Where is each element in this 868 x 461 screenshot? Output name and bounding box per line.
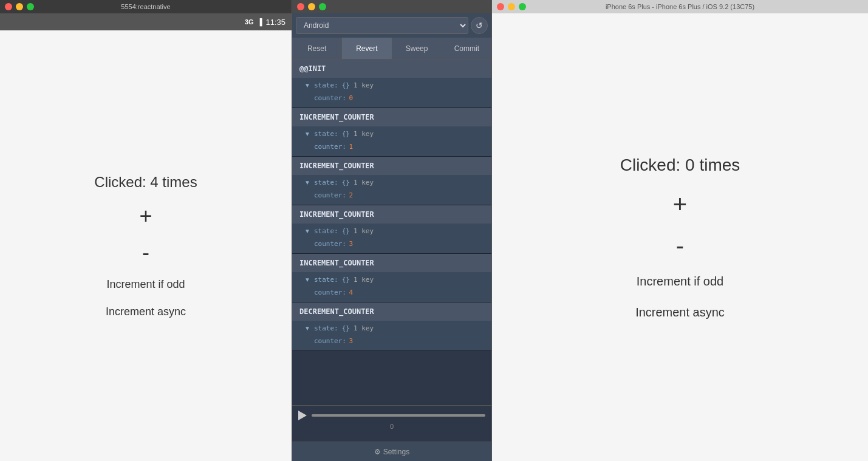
minimize-icon[interactable] [308, 3, 315, 10]
state-keys-init: 1 key [354, 81, 374, 89]
action-state-init: ▼ state: {} 1 key counter: 0 [292, 78, 491, 108]
arrow-icon-inc3: ▼ [304, 228, 310, 234]
action-name-dec1: DECREMENT_COUNTER [299, 307, 374, 316]
ios-increment-odd[interactable]: Increment if odd [637, 275, 723, 289]
state-keys-inc4: 1 key [354, 276, 374, 284]
android-increment-odd[interactable]: Increment if odd [106, 278, 185, 291]
sweep-button[interactable]: Sweep [392, 38, 442, 59]
counter-value-inc2: 2 [349, 191, 353, 199]
action-header-inc2[interactable]: INCREMENT_COUNTER [292, 157, 491, 175]
state-row-init: ▼ state: {} 1 key [304, 80, 484, 90]
action-header-inc3[interactable]: INCREMENT_COUNTER [292, 205, 491, 224]
ios-plus-button[interactable]: + [673, 192, 687, 216]
timeline-position: 0 [298, 423, 485, 430]
counter-label-init: counter: [314, 94, 346, 102]
android-emulator-panel: 5554:reactnative 3G ▐ 11:35 Clicked: 4 t… [0, 0, 292, 461]
reset-button[interactable]: Reset [292, 38, 342, 59]
timeline-progress [312, 414, 485, 417]
state-keys-inc1: 1 key [354, 130, 374, 138]
maximize-icon[interactable] [319, 3, 326, 10]
counter-row-inc4: counter: 4 [304, 285, 484, 298]
state-brace-inc2: {} [342, 179, 350, 186]
state-row-inc3: ▼ state: {} 1 key [304, 226, 484, 236]
arrow-icon-inc1: ▼ [304, 131, 310, 137]
signal-icon: ▐ [258, 18, 262, 26]
close-icon[interactable] [497, 3, 504, 10]
settings-bar[interactable]: ⚙ Settings [292, 442, 491, 461]
ios-simulator-panel: iPhone 6s Plus - iPhone 6s Plus / iOS 9.… [492, 0, 868, 461]
right-window-title: iPhone 6s Plus - iPhone 6s Plus / iOS 9.… [606, 3, 754, 10]
state-brace-dec1: {} [342, 324, 350, 332]
devtools-action-buttons: Reset Revert Sweep Commit [292, 38, 491, 60]
timeline-controls [298, 411, 485, 420]
close-icon[interactable] [5, 3, 12, 10]
action-name-inc4: INCREMENT_COUNTER [299, 259, 374, 267]
state-label-inc3: state: [314, 227, 338, 235]
counter-value-inc1: 1 [349, 143, 353, 151]
maximize-icon[interactable] [27, 3, 34, 10]
android-app-content: Clicked: 4 times + - Increment if odd In… [0, 30, 292, 461]
devtools-title-bar [292, 0, 491, 13]
action-group-inc1: INCREMENT_COUNTER ▼ state: {} 1 key coun… [292, 108, 491, 157]
state-brace-inc1: {} [342, 130, 350, 138]
action-name-inc1: INCREMENT_COUNTER [299, 113, 374, 121]
left-title-bar: 5554:reactnative [0, 0, 292, 13]
play-button[interactable] [298, 411, 307, 420]
action-header-inc4[interactable]: INCREMENT_COUNTER [292, 254, 491, 272]
left-window-title: 5554:reactnative [121, 3, 170, 10]
action-group-init: @@INIT ▼ state: {} 1 key counter: 0 [292, 60, 491, 108]
arrow-icon-init: ▼ [304, 82, 310, 89]
counter-value-dec1: 3 [349, 337, 353, 345]
counter-row-inc1: counter: 1 [304, 139, 484, 152]
minimize-icon[interactable] [16, 3, 23, 10]
state-row-dec1: ▼ state: {} 1 key [304, 323, 484, 333]
android-increment-async[interactable]: Increment async [106, 306, 186, 318]
settings-label: Settings [383, 448, 409, 456]
android-plus-button[interactable]: + [139, 205, 152, 227]
commit-button[interactable]: Commit [442, 38, 491, 59]
counter-label-dec1: counter: [314, 337, 346, 345]
action-group-inc3: INCREMENT_COUNTER ▼ state: {} 1 key coun… [292, 205, 491, 254]
state-brace-inc4: {} [342, 276, 350, 284]
action-name-init: @@INIT [299, 64, 326, 73]
state-row-inc2: ▼ state: {} 1 key [304, 177, 484, 188]
state-keys-dec1: 1 key [354, 324, 374, 332]
maximize-icon[interactable] [519, 3, 526, 10]
platform-select[interactable]: AndroidiOS [296, 17, 468, 34]
action-state-inc3: ▼ state: {} 1 key counter: 3 [292, 224, 491, 253]
status-time: 11:35 [265, 18, 285, 27]
arrow-icon-inc2: ▼ [304, 179, 310, 186]
close-icon[interactable] [297, 3, 304, 10]
state-label-inc2: state: [314, 179, 338, 186]
state-label-inc1: state: [314, 130, 338, 138]
action-state-inc4: ▼ state: {} 1 key counter: 4 [292, 272, 491, 302]
ios-click-count: Clicked: 0 times [620, 155, 740, 175]
ios-increment-async[interactable]: Increment async [635, 306, 725, 319]
redux-devtools-panel: AndroidiOS ↺ Reset Revert Sweep Commit @… [292, 0, 492, 461]
counter-value-inc3: 3 [349, 240, 353, 248]
action-header-dec1[interactable]: DECREMENT_COUNTER [292, 302, 491, 321]
action-state-inc2: ▼ state: {} 1 key counter: 2 [292, 175, 491, 205]
counter-row-inc3: counter: 3 [304, 236, 484, 250]
action-state-inc1: ▼ state: {} 1 key counter: 1 [292, 126, 491, 156]
counter-label-inc4: counter: [314, 289, 346, 296]
ios-app-content: Clicked: 0 times + - Increment if odd In… [492, 13, 868, 461]
ios-minus-button[interactable]: - [676, 233, 684, 258]
action-name-inc2: INCREMENT_COUNTER [299, 162, 374, 170]
action-header-init[interactable]: @@INIT [292, 60, 491, 78]
timeline-track[interactable] [312, 414, 485, 417]
state-label-init: state: [314, 81, 338, 89]
devtools-action-list: @@INIT ▼ state: {} 1 key counter: 0 INCR… [292, 60, 491, 405]
action-header-inc1[interactable]: INCREMENT_COUNTER [292, 108, 491, 126]
devtools-toolbar: AndroidiOS ↺ [292, 13, 491, 38]
minimize-icon[interactable] [508, 3, 515, 10]
revert-button[interactable]: Revert [342, 38, 392, 59]
android-status-bar: 3G ▐ 11:35 [0, 13, 292, 30]
android-minus-button[interactable]: - [142, 242, 149, 264]
counter-row-inc2: counter: 2 [304, 188, 484, 201]
gear-icon: ⚙ [374, 448, 381, 456]
action-state-dec1: ▼ state: {} 1 key counter: 3 [292, 321, 491, 350]
refresh-icon-button[interactable]: ↺ [471, 17, 488, 34]
counter-value-init: 0 [349, 94, 353, 102]
state-label-inc4: state: [314, 276, 338, 284]
